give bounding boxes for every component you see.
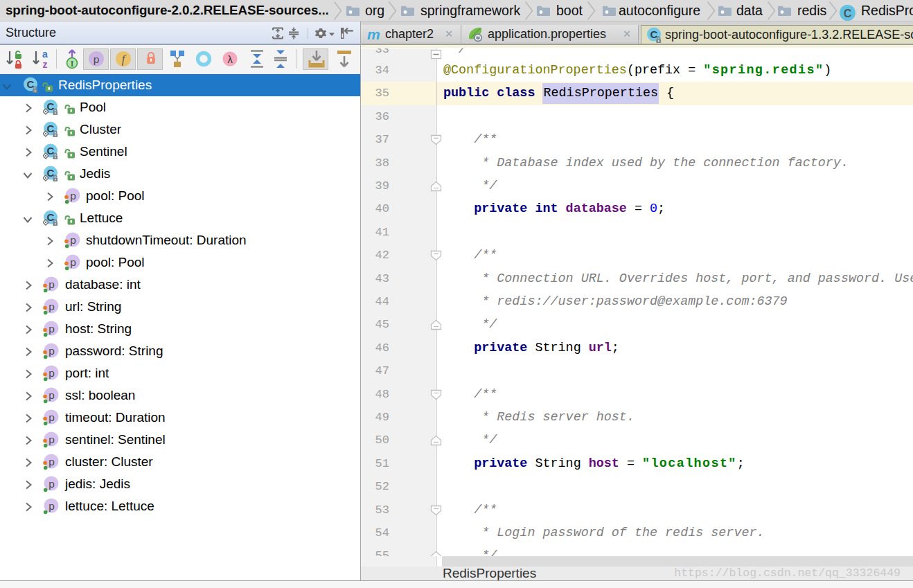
svg-text:p: p — [70, 256, 76, 268]
svg-text:p: p — [48, 500, 55, 512]
svg-text:I: I — [71, 59, 74, 69]
svg-text:p: p — [48, 323, 55, 335]
svg-text:a: a — [42, 48, 48, 60]
svg-text:C: C — [844, 8, 852, 19]
svg-text:p: p — [48, 411, 55, 423]
svg-text:λ: λ — [227, 54, 233, 65]
svg-text:p: p — [48, 389, 55, 401]
svg-text:p: p — [70, 234, 76, 246]
svg-text:p: p — [70, 190, 76, 202]
svg-text:p: p — [48, 478, 55, 490]
svg-text:p: p — [94, 53, 100, 65]
svg-text:p: p — [48, 367, 55, 379]
svg-text:p: p — [48, 434, 55, 445]
svg-text:z: z — [43, 59, 48, 69]
svg-text:p: p — [48, 301, 55, 312]
svg-text:p: p — [48, 456, 55, 467]
svg-text:m: m — [367, 26, 380, 42]
svg-text:p: p — [48, 278, 55, 290]
svg-text:p: p — [48, 345, 55, 357]
